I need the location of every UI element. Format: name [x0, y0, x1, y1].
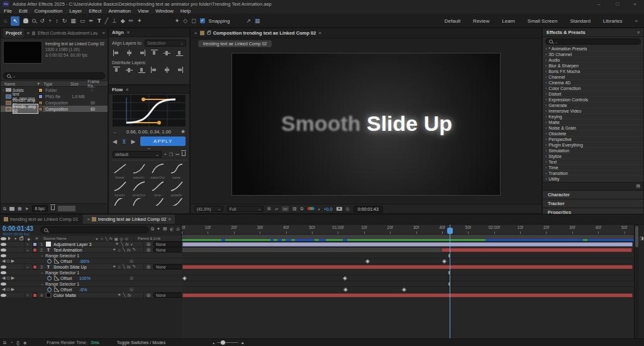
viewer-timecode[interactable]: 0:00:01:43: [353, 206, 383, 213]
quality-icon[interactable]: ╲: [123, 293, 126, 298]
timeline-tab-comp02-active[interactable]: × trending text ae Linked Comp 02 ≡: [83, 215, 174, 224]
menu-item[interactable]: Window: [155, 8, 173, 14]
distribute-left-icon[interactable]: [151, 67, 158, 73]
effects-category[interactable]: ›Plugin Everything: [543, 142, 643, 148]
chevron-right-icon[interactable]: ›: [545, 148, 547, 153]
effects-category[interactable]: ›Distort: [543, 91, 643, 97]
exposure-icon[interactable]: ◑: [318, 207, 320, 211]
pickwhip-icon[interactable]: ◎: [144, 247, 153, 252]
twirl-icon[interactable]: ›: [25, 242, 31, 247]
offset-row-1[interactable]: ◀◇▶ Offset -86% ◎: [0, 259, 182, 264]
timeline-vertical-scrollbar[interactable]: [634, 225, 639, 339]
distribute-v-center-icon[interactable]: [126, 67, 133, 73]
close-button[interactable]: ×: [628, 1, 641, 7]
menu-item[interactable]: Composition: [35, 8, 62, 14]
keyframe-diamond[interactable]: [343, 287, 348, 292]
chevron-right-icon[interactable]: ›: [545, 160, 547, 164]
rectangle-tool-icon[interactable]: ▭: [80, 18, 86, 24]
quality-icon[interactable]: ╲: [123, 264, 125, 269]
eye-icon[interactable]: [0, 242, 6, 247]
tab-effect-controls[interactable]: Effect Controls Adjustment Layer 3: [38, 31, 97, 35]
layer-name[interactable]: Text Animation: [52, 247, 105, 252]
view-layout-icon[interactable]: ⧉: [301, 206, 304, 211]
effects-category[interactable]: ›Transition: [543, 170, 643, 176]
current-timecode[interactable]: 0:00:01:43: [3, 225, 33, 232]
comp-pill-tab[interactable]: trending text ae Linked Comp 02: [198, 40, 272, 47]
pan-camera-tool-icon[interactable]: +: [48, 18, 52, 24]
twirl-icon[interactable]: ⌄: [39, 253, 45, 258]
dolly-camera-tool-icon[interactable]: ↕: [55, 18, 58, 24]
range-selector-row[interactable]: ⌄ Range Selector 1: [0, 270, 182, 276]
track-row[interactable]: I: [182, 270, 634, 276]
bezier-values[interactable]: 0.66, 0.00, 0.34, 1.00: [119, 129, 178, 135]
chevron-right-icon[interactable]: ›: [545, 131, 547, 136]
interpret-footage-icon[interactable]: ⧉: [3, 206, 6, 211]
distribute-h-center-icon[interactable]: [164, 67, 170, 73]
prev-preset-icon[interactable]: ◀: [113, 138, 117, 145]
effects-category[interactable]: ›Perspective: [543, 137, 643, 142]
layer-bar-smooth-slide-up[interactable]: [182, 265, 633, 269]
menu-item[interactable]: Edit: [19, 8, 28, 14]
align-top-icon[interactable]: [151, 50, 158, 56]
effects-category[interactable]: ›Simulation: [543, 148, 643, 153]
track-row[interactable]: [182, 287, 634, 293]
col-solo-icon[interactable]: ●: [13, 236, 18, 241]
range-selector-row[interactable]: ⌄ Range Selector 1: [0, 253, 182, 259]
timeline-track-area[interactable]: :00f10f20f30f40f50f01:00f10f20f30f40f50f…: [182, 225, 634, 339]
flow-preset-item[interactable]: quadIn: [167, 180, 186, 197]
close-tab-icon[interactable]: ×: [87, 216, 90, 222]
tab-effects-presets[interactable]: Effects & Presets: [547, 30, 586, 35]
minimize-button[interactable]: –: [591, 1, 606, 7]
effects-icon[interactable]: ○: [118, 265, 121, 269]
keyframe-diamond[interactable]: [402, 287, 406, 292]
type-tool-icon[interactable]: T: [97, 18, 101, 24]
playhead-line[interactable]: [450, 225, 450, 339]
effects-category[interactable]: ›Audio: [543, 57, 643, 63]
track-row[interactable]: I: [182, 253, 634, 259]
effects-category[interactable]: ›Generate: [543, 103, 643, 108]
new-folder-icon[interactable]: [9, 207, 14, 211]
effects-icon[interactable]: ○: [118, 248, 121, 252]
project-search-input[interactable]: ⌄: [3, 72, 105, 79]
effects-category[interactable]: ›Blur & Sharpen: [543, 63, 643, 69]
col-size[interactable]: Size: [70, 82, 87, 86]
layer-name[interactable]: Adjustment Layer 3: [52, 242, 105, 247]
chevron-right-icon[interactable]: ›: [545, 165, 547, 170]
menu-item[interactable]: Layer: [69, 8, 82, 14]
menu-item[interactable]: Animation: [108, 8, 131, 14]
brush-tool-icon[interactable]: ╱: [104, 18, 108, 24]
layer-row-color-matte[interactable]: › 4 Color Matte ✦╲fx ◎ None⌄: [0, 293, 182, 298]
col-label[interactable]: ◆: [25, 236, 33, 241]
new-composition-icon[interactable]: ▦: [18, 206, 22, 211]
effects-category[interactable]: ›Keying: [543, 114, 643, 120]
zoom-slider-handle[interactable]: [221, 340, 225, 345]
flow-preset-item[interactable]: sine: [148, 180, 167, 197]
offset-value[interactable]: 100%: [79, 276, 104, 281]
home-icon[interactable]: ⌂: [4, 18, 7, 24]
eye-icon[interactable]: [0, 281, 6, 286]
label-swatch[interactable]: [33, 265, 37, 269]
stopwatch-icon[interactable]: [45, 287, 53, 292]
selection-tool-icon[interactable]: ↖: [11, 16, 19, 26]
label-swatch[interactable]: [38, 107, 43, 111]
include-icon[interactable]: ◎: [127, 287, 136, 292]
rotation-tool-icon[interactable]: ↻: [62, 18, 67, 24]
composition-mini-flowchart-icon[interactable]: ⧉: [151, 226, 154, 232]
project-row-comp02-selected[interactable]: trendin..omp 02 Composition 60: [1, 106, 108, 112]
orbit-camera-tool-icon[interactable]: ↺: [40, 18, 45, 24]
effects-category[interactable]: ›Cinema 4D: [543, 80, 643, 86]
tab-overflow[interactable]: »: [103, 30, 105, 36]
effects-category[interactable]: ›Noise & Grain: [543, 125, 643, 131]
align-h-center-icon[interactable]: [126, 50, 133, 56]
col-video-icon[interactable]: [0, 236, 6, 241]
offset-row-2[interactable]: ◀◇▶ Offset 100% ◎: [0, 276, 182, 281]
channel-rgb-icon[interactable]: [308, 207, 314, 211]
track-row[interactable]: [182, 293, 634, 298]
zoom-fit-icon[interactable]: ↗: [246, 18, 251, 24]
shy-icon[interactable]: ✦: [115, 242, 119, 247]
layer-row-adjustment[interactable]: › 1 Adjustment Layer 3 ✦╲fx◐ ◎ None⌄: [0, 242, 182, 247]
panel-menu-icon[interactable]: ≡: [168, 217, 170, 221]
distribute-right-icon[interactable]: [176, 67, 183, 73]
include-icon[interactable]: ◎: [127, 276, 136, 281]
col-audio-icon[interactable]: [6, 236, 13, 241]
